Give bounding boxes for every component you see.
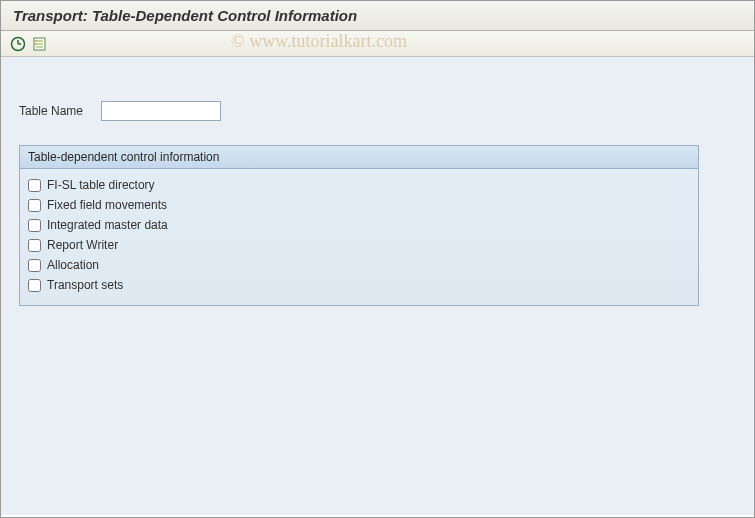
checkbox-row-fixed: Fixed field movements [28, 195, 690, 215]
checkbox-label-fisl: FI-SL table directory [47, 178, 155, 192]
table-name-label: Table Name [19, 104, 89, 118]
control-info-groupbox: Table-dependent control information FI-S… [19, 145, 699, 306]
checkbox-row-fisl: FI-SL table directory [28, 175, 690, 195]
checkbox-label-integrated: Integrated master data [47, 218, 168, 232]
checkbox-row-allocation: Allocation [28, 255, 690, 275]
checkbox-label-transport: Transport sets [47, 278, 123, 292]
svg-rect-8 [35, 43, 37, 45]
execute-icon[interactable] [9, 35, 27, 53]
table-name-input[interactable] [101, 101, 221, 121]
checkbox-row-integrated: Integrated master data [28, 215, 690, 235]
checkbox-report[interactable] [28, 239, 41, 252]
checkbox-label-allocation: Allocation [47, 258, 99, 272]
content-area: Table Name Table-dependent control infor… [1, 57, 754, 515]
groupbox-title: Table-dependent control information [20, 146, 698, 169]
table-name-row: Table Name [19, 101, 736, 121]
checkbox-fixed[interactable] [28, 199, 41, 212]
checkbox-label-fixed: Fixed field movements [47, 198, 167, 212]
checkbox-row-transport: Transport sets [28, 275, 690, 295]
groupbox-body: FI-SL table directory Fixed field moveme… [20, 169, 698, 305]
checkbox-allocation[interactable] [28, 259, 41, 272]
checkbox-row-report: Report Writer [28, 235, 690, 255]
title-bar: Transport: Table-Dependent Control Infor… [1, 1, 754, 31]
variant-icon[interactable] [31, 35, 49, 53]
checkbox-integrated[interactable] [28, 219, 41, 232]
page-title: Transport: Table-Dependent Control Infor… [13, 7, 742, 24]
svg-rect-7 [35, 40, 37, 42]
toolbar [1, 31, 754, 57]
checkbox-label-report: Report Writer [47, 238, 118, 252]
checkbox-fisl[interactable] [28, 179, 41, 192]
checkbox-transport[interactable] [28, 279, 41, 292]
